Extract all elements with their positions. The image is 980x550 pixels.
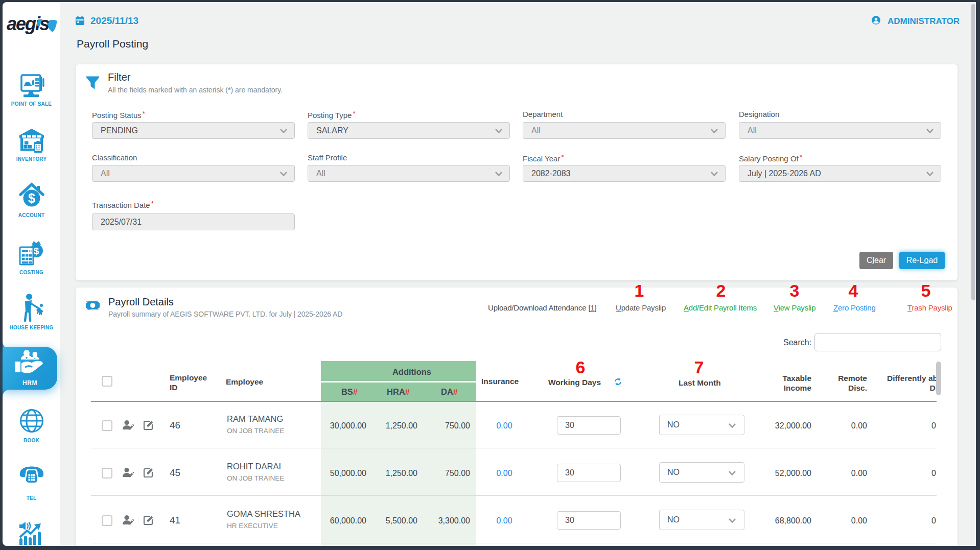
svg-text:$: $ [33, 246, 39, 256]
svg-text:$: $ [28, 191, 35, 205]
